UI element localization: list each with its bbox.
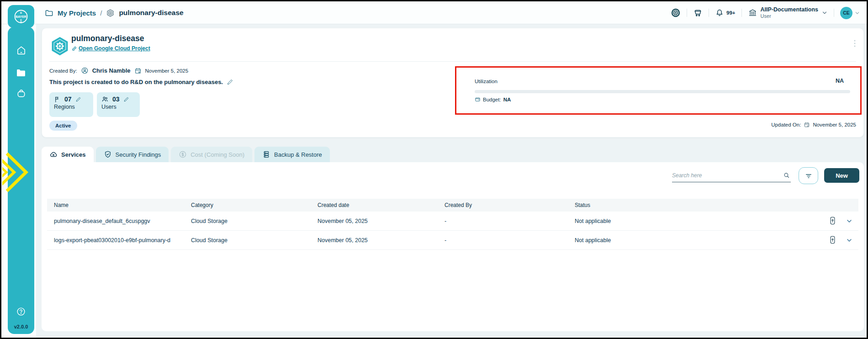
- avatar: CE: [840, 7, 852, 19]
- expand-row-button[interactable]: [846, 217, 853, 226]
- folder-filled-icon: [16, 67, 26, 78]
- regions-label: Regions: [54, 104, 89, 110]
- tab-backup-restore-label: Backup & Restore: [274, 151, 322, 158]
- created-date: November 5, 2025: [145, 68, 189, 74]
- open-google-cloud-link[interactable]: Open Google Cloud Project: [71, 45, 150, 52]
- users-stat-card: 03 Users: [97, 92, 140, 117]
- users-icon: [101, 95, 109, 103]
- utilization-value: NA: [836, 78, 844, 84]
- column-header-name[interactable]: Name: [54, 202, 69, 208]
- bayer-logo[interactable]: BAYER B E R: [8, 5, 34, 28]
- edit-users-pencil-icon[interactable]: [123, 96, 129, 102]
- new-button[interactable]: New: [824, 168, 859, 183]
- services-panel: New Name Category Created date Created B…: [42, 162, 864, 331]
- table-header-row: Name Category Created date Created By St…: [47, 199, 858, 212]
- open-resource-button[interactable]: [828, 235, 837, 246]
- project-description-row: This project is created to do R&D on the…: [49, 79, 233, 85]
- help-button[interactable]: [8, 307, 34, 317]
- user-circle-icon: [81, 67, 89, 74]
- tab-security-findings-label: Security Findings: [116, 151, 161, 158]
- project-gear-hexagon-icon: [49, 36, 70, 57]
- created-by-label: Created By:: [49, 68, 77, 74]
- flag-icon: [54, 96, 61, 103]
- expand-row-button[interactable]: [846, 237, 853, 245]
- search-input[interactable]: [672, 170, 777, 181]
- open-in-new-icon: [828, 216, 837, 226]
- divider: [687, 9, 687, 17]
- chevron-down-icon: [821, 10, 828, 16]
- cell-status: Not applicable: [575, 218, 611, 224]
- table-row[interactable]: pulmonary-disease_default_6cuspggv Cloud…: [47, 212, 858, 231]
- search-field: [672, 170, 791, 182]
- kebab-menu-icon[interactable]: [852, 39, 858, 48]
- open-resource-button[interactable]: [828, 216, 837, 227]
- users-count: 03: [112, 95, 120, 103]
- tab-bar: Services Security Findings Cost (Coming …: [42, 147, 330, 162]
- table-row[interactable]: logs-export-pbeat03002010-e9bf-pulmonary…: [47, 231, 858, 250]
- help-icon: [16, 307, 26, 317]
- tab-services[interactable]: Services: [42, 147, 94, 162]
- cell-name: logs-export-pbeat03002010-e9bf-pulmonary…: [54, 237, 170, 244]
- bell-icon: [715, 8, 724, 17]
- cell-name: pulmonary-disease_default_6cuspggv: [54, 218, 150, 224]
- sidebar-item-projects[interactable]: [8, 67, 34, 78]
- updated-on-row: Updated On: November 5, 2025: [771, 122, 856, 128]
- cell-created-by: -: [445, 237, 446, 244]
- project-hexagon-icon: [106, 9, 115, 17]
- tab-cost-coming-soon: Cost (Coming Soon): [171, 147, 252, 162]
- org-role: User: [761, 13, 818, 19]
- user-menu[interactable]: CE: [840, 7, 860, 19]
- sidebar: v2.0.0: [8, 27, 34, 334]
- home-icon: [16, 45, 26, 56]
- budget-value: NA: [503, 97, 511, 102]
- cart-icon[interactable]: [693, 8, 703, 18]
- column-header-category[interactable]: Category: [191, 202, 213, 208]
- project-title: pulmonary-disease: [71, 34, 144, 43]
- updated-on-label: Updated On:: [771, 122, 801, 127]
- regions-stat-card: 07 Regions: [49, 92, 93, 117]
- sidebar-item-workspace[interactable]: [8, 88, 34, 99]
- divider: [741, 9, 742, 17]
- calendar-icon: [804, 122, 810, 128]
- folder-icon: [45, 9, 53, 17]
- column-header-status[interactable]: Status: [575, 202, 590, 208]
- chevron-down-icon: [846, 217, 853, 225]
- status-badge: Active: [49, 121, 77, 131]
- cloud-services-icon: [49, 150, 58, 159]
- notification-count-badge: 99+: [726, 10, 736, 16]
- tab-services-label: Services: [61, 151, 86, 158]
- chevron-down-icon: [854, 10, 860, 16]
- breadcrumb: My Projects / pulmonary-disease: [45, 1, 184, 24]
- hub-icon[interactable]: [671, 8, 681, 18]
- edit-description-pencil-icon[interactable]: [227, 79, 233, 85]
- notifications[interactable]: 99+: [715, 8, 736, 17]
- project-description: This project is created to do R&D on the…: [49, 79, 223, 85]
- column-header-created-date[interactable]: Created date: [318, 202, 349, 208]
- cell-status: Not applicable: [575, 237, 611, 244]
- calendar-icon: [134, 67, 142, 74]
- regions-count: 07: [64, 95, 72, 103]
- topbar: My Projects / pulmonary-disease 99+: [1, 1, 867, 24]
- created-by-row: Created By: Chris Namble November 5, 202…: [49, 67, 188, 74]
- tab-backup-restore[interactable]: Backup & Restore: [254, 147, 330, 162]
- dollar-circle-icon: [179, 150, 187, 159]
- created-by-name: Chris Namble: [92, 67, 131, 74]
- sidebar-item-home[interactable]: [8, 45, 34, 56]
- edit-regions-pencil-icon[interactable]: [75, 96, 81, 102]
- filter-button[interactable]: [799, 167, 818, 184]
- breadcrumb-my-projects[interactable]: My Projects: [58, 9, 96, 17]
- open-in-new-icon: [828, 235, 837, 245]
- tab-security-findings[interactable]: Security Findings: [96, 147, 169, 162]
- app-window: My Projects / pulmonary-disease 99+: [0, 0, 868, 339]
- open-google-cloud-link-label: Open Google Cloud Project: [79, 45, 150, 52]
- cell-category: Cloud Storage: [191, 218, 228, 224]
- search-icon[interactable]: [783, 172, 790, 179]
- org-texts: AIIP-Documentations User: [761, 6, 818, 19]
- tab-cost-label: Cost (Coming Soon): [191, 151, 244, 158]
- column-header-created-by[interactable]: Created By: [445, 202, 472, 208]
- divider: [834, 9, 834, 17]
- org-selector[interactable]: AIIP-Documentations User: [748, 6, 828, 19]
- filter-icon: [804, 172, 813, 180]
- users-label: Users: [101, 104, 135, 110]
- project-summary-card: pulmonary-disease Open Google Cloud Proj…: [42, 28, 864, 138]
